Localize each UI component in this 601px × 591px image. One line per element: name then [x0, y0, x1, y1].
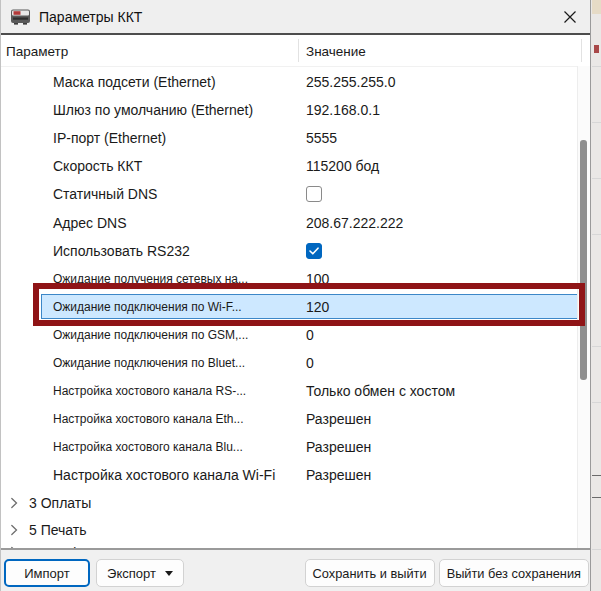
background-window-gridline	[592, 234, 601, 235]
param-label: Статичный DNS	[53, 186, 157, 202]
background-window-strip	[590, 0, 601, 591]
table-header: Параметр Значение	[1, 35, 591, 67]
param-value: 208.67.222.222	[306, 215, 403, 231]
table-row[interactable]: Использовать RS232	[1, 237, 577, 265]
table-row[interactable]: Ожидание подключения по GSM,...0	[1, 321, 577, 349]
table-row[interactable]: Адрес DNS208.67.222.222	[1, 208, 577, 236]
export-button-label: Экспорт	[107, 566, 156, 581]
group-label: 5 Печать	[29, 522, 87, 538]
param-value: 0	[306, 327, 314, 343]
column-header-param: Параметр	[6, 43, 68, 58]
param-label: Настройка хостового канала Blu...	[53, 440, 243, 454]
background-window-fragment	[594, 45, 599, 53]
column-separator	[581, 39, 582, 62]
param-label: Ожидание получения сетевых на...	[53, 272, 248, 286]
dropdown-arrow-icon	[165, 571, 173, 576]
checkbox-unchecked[interactable]	[306, 186, 322, 202]
vertical-scrollbar[interactable]	[577, 66, 591, 548]
param-value: 0	[306, 355, 314, 371]
close-icon	[563, 10, 577, 24]
table-row[interactable]: Настройка хостового канала Blu...Разреше…	[1, 433, 577, 461]
table-row[interactable]: Ожидание подключения по Bluet...0	[1, 349, 577, 377]
chevron-right-icon[interactable]	[10, 497, 18, 509]
background-window-fragment	[592, 475, 601, 476]
save-and-exit-button[interactable]: Сохранить и выйти	[305, 559, 435, 587]
param-value: Разрешен	[306, 467, 371, 483]
background-window-gridline	[592, 66, 601, 67]
background-window-gridline	[592, 402, 601, 403]
background-window-fragment	[592, 497, 601, 498]
table-row[interactable]: IP-порт (Ethernet)5555	[1, 124, 577, 152]
param-label: Маска подсети (Ethernet)	[53, 74, 216, 90]
tree-group-row[interactable]: 7 Шрифт	[1, 543, 577, 550]
param-label: Настройка хостового канала RS-...	[53, 384, 246, 398]
close-button[interactable]	[549, 0, 590, 33]
param-label: Шлюз по умолчанию (Ethernet)	[53, 102, 253, 118]
table-rows: Маска подсети (Ethernet)255.255.255.0Шлю…	[1, 68, 577, 550]
footer-right-buttons: Сохранить и выйти Выйти без сохранения	[305, 559, 589, 587]
tree-group-row[interactable]: 3 Оплаты	[1, 489, 577, 516]
param-label: Ожидание подключения по Bluet...	[53, 356, 245, 370]
title-bar: Параметры ККТ	[1, 0, 590, 33]
background-window-gridline	[592, 122, 601, 123]
table-row[interactable]: Шлюз по умолчанию (Ethernet)192.168.0.1	[1, 96, 577, 124]
screenshot-root: Параметры ККТ Параметр Значение Маска по…	[0, 0, 601, 591]
footer-button-bar: Импорт Экспорт Сохранить и выйти Выйти б…	[1, 550, 591, 591]
param-value: 5555	[306, 130, 337, 146]
background-window-gridline	[592, 346, 601, 347]
param-label: Адрес DNS	[53, 215, 127, 231]
column-separator	[298, 39, 299, 62]
chevron-right-icon[interactable]	[10, 524, 18, 536]
parameters-tree: Параметр Значение Маска подсети (Etherne…	[1, 33, 591, 550]
table-row[interactable]: Скорость ККТ115200 бод	[1, 152, 577, 180]
param-value: 115200 бод	[306, 158, 379, 174]
param-value: Разрешен	[306, 439, 371, 455]
checkbox-checked[interactable]	[306, 243, 322, 259]
window-title: Параметры ККТ	[39, 9, 142, 25]
param-label: Настройка хостового канала Wi-Fi	[53, 467, 275, 483]
table-row[interactable]: Настройка хостового канала Wi-FiРазрешен	[1, 461, 577, 489]
param-value: Только обмен с хостом	[306, 383, 455, 399]
group-label: 3 Оплаты	[29, 495, 91, 511]
scrollbar-thumb[interactable]	[580, 140, 587, 380]
param-value: 255.255.255.0	[306, 74, 396, 90]
param-label: Настройка хостового канала Eth...	[53, 412, 244, 426]
column-header-value: Значение	[306, 43, 366, 58]
kkt-parameters-dialog: Параметры ККТ Параметр Значение Маска по…	[0, 0, 590, 591]
printer-icon	[10, 8, 31, 25]
table-row[interactable]: Статичный DNS	[1, 180, 577, 208]
param-label: Ожидание подключения по GSM,...	[53, 328, 248, 342]
background-window-gridline	[592, 178, 601, 179]
table-row[interactable]: Маска подсети (Ethernet)255.255.255.0	[1, 68, 577, 96]
table-row[interactable]: Ожидание подключения по Wi-F...120	[1, 293, 577, 321]
param-label: Использовать RS232	[53, 243, 190, 259]
param-value: 120	[306, 299, 329, 315]
param-value: 192.168.0.1	[306, 102, 380, 118]
background-window-gridline	[592, 549, 601, 550]
param-value: Разрешен	[306, 411, 371, 427]
table-row[interactable]: Настройка хостового канала RS-...Только …	[1, 377, 577, 405]
background-window-fragment	[592, 0, 601, 14]
param-label: Скорость ККТ	[53, 158, 142, 174]
table-row[interactable]: Ожидание получения сетевых на...100	[1, 265, 577, 293]
param-value: 100	[306, 271, 329, 287]
param-label: Ожидание подключения по Wi-F...	[53, 300, 242, 314]
exit-without-saving-button[interactable]: Выйти без сохранения	[439, 559, 589, 587]
table-row[interactable]: Настройка хостового канала Eth...Разреше…	[1, 405, 577, 433]
tree-group-row[interactable]: 5 Печать	[1, 516, 577, 543]
export-button[interactable]: Экспорт	[96, 559, 184, 587]
param-label: IP-порт (Ethernet)	[53, 130, 166, 146]
import-button[interactable]: Импорт	[4, 559, 90, 587]
